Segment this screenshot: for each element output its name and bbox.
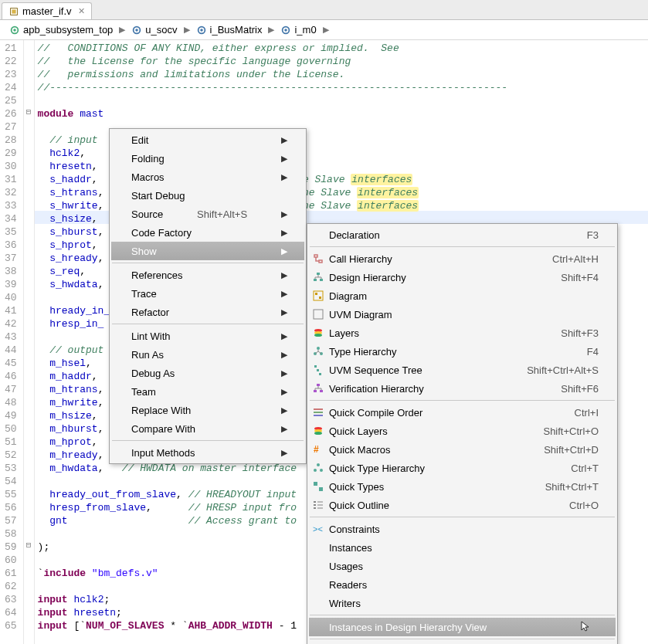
show-submenu-item[interactable]: Writers	[309, 594, 616, 612]
context-menu-item[interactable]: Lint With▶	[111, 327, 304, 345]
context-menu-item[interactable]: Folding▶	[111, 149, 304, 168]
svg-rect-12	[320, 279, 323, 281]
context-menu-item[interactable]: Macros▶	[111, 168, 304, 186]
context-menu-item[interactable]: References▶	[111, 266, 304, 284]
breadcrumb-item[interactable]: i_m0	[277, 22, 319, 37]
svg-point-5	[136, 29, 139, 32]
context-menu-item[interactable]: Trace▶	[111, 284, 304, 303]
show-submenu-item[interactable]: Instances	[309, 538, 616, 557]
menu-item-label: Show	[131, 246, 157, 257]
menu-item-label: Quick Type Hierarchy	[329, 463, 425, 474]
show-submenu-item[interactable]: Verification HierarchyShift+F6	[309, 379, 616, 398]
code-line[interactable]: //--------------------------------------…	[38, 81, 645, 94]
menu-item-accelerator: Ctrl+I	[575, 407, 599, 419]
breadcrumb-item[interactable]: u_socv	[128, 22, 180, 37]
call-hier-icon	[312, 253, 324, 265]
context-menu-item[interactable]: Input Methods▶	[111, 443, 304, 462]
show-submenu-item[interactable]: ><Constraints	[309, 520, 616, 538]
context-menu-item[interactable]: Compare With▶	[111, 419, 304, 438]
context-menu-item[interactable]: Refactor▶	[111, 303, 304, 321]
editor-tab[interactable]: master_if.v ✕	[2, 2, 92, 19]
menu-item-label: Diagram	[329, 290, 367, 302]
show-submenu-item[interactable]: Call HierarchyCtrl+Alt+H	[309, 249, 616, 268]
show-submenu-item[interactable]: UVM Sequence TreeShift+Ctrl+Alt+S	[309, 361, 616, 379]
show-submenu-item[interactable]: Quick OutlineCtrl+O	[309, 496, 616, 514]
code-line[interactable]: // CONDITIONS OF ANY KIND, either expres…	[38, 42, 645, 55]
menu-item-label: Type Hierarchy	[329, 346, 396, 358]
submenu-arrow-icon: ▶	[281, 405, 287, 415]
uvm-diagram-icon	[312, 308, 324, 320]
svg-rect-25	[319, 373, 321, 375]
fold-column[interactable]: ⊟⊟	[24, 40, 35, 644]
show-submenu-item[interactable]: Design HierarchyShift+F4	[309, 268, 616, 286]
show-submenu-item[interactable]: Quick TypesShift+Ctrl+T	[309, 477, 616, 496]
context-menu-item[interactable]: SourceShift+Alt+S▶	[111, 205, 304, 223]
show-submenu-item[interactable]: Diagram	[309, 286, 616, 305]
code-line[interactable]: module mast	[38, 107, 645, 120]
context-menu-item[interactable]: Replace With▶	[111, 401, 304, 419]
menu-item-label: Lint With	[131, 330, 171, 342]
show-submenu-item[interactable]: Instances in Design Hierarchy View	[309, 618, 616, 636]
svg-point-7	[200, 29, 203, 32]
context-menu-item[interactable]: Debug As▶	[111, 364, 304, 382]
code-line[interactable]: // permissions and limitations under the…	[38, 68, 645, 81]
breadcrumb-item[interactable]: i_BusMatrix	[193, 22, 266, 37]
tab-close-icon[interactable]: ✕	[78, 6, 85, 16]
svg-point-38	[320, 469, 323, 472]
constraints-icon: ><	[312, 523, 324, 535]
show-submenu-item[interactable]: Quick Compile OrderCtrl+I	[309, 403, 616, 422]
show-submenu-item[interactable]: Usages	[309, 557, 616, 575]
menu-item-accelerator: Ctrl+O	[569, 500, 599, 511]
menu-item-label: Design Hierarchy	[329, 272, 406, 283]
breadcrumb-separator: ▶	[119, 25, 125, 35]
menu-item-accelerator: Shift+F4	[561, 272, 599, 283]
svg-rect-29	[314, 408, 323, 410]
menu-item-label: Verification Hierarchy	[329, 383, 424, 395]
svg-rect-27	[314, 390, 317, 392]
code-line[interactable]: // the License for the specific language…	[38, 55, 645, 68]
menu-item-label: Refactor	[131, 307, 169, 318]
context-menu-item[interactable]: Start Debug	[111, 186, 304, 205]
menu-item-label: Code Factory	[131, 227, 192, 239]
svg-rect-13	[314, 291, 323, 300]
menu-item-label: Input Methods	[131, 447, 195, 459]
menu-item-accelerator: Shift+F6	[561, 383, 599, 395]
context-menu-item[interactable]: Run As▶	[111, 345, 304, 364]
context-menu[interactable]: Edit▶Folding▶Macros▶Start DebugSourceShi…	[109, 128, 307, 464]
breadcrumb-item[interactable]: apb_subsystem_top	[6, 22, 116, 37]
menu-item-accelerator: Shift+Ctrl+D	[544, 444, 599, 456]
menu-separator	[112, 263, 304, 263]
qoutline-icon	[312, 499, 324, 511]
show-submenu-item[interactable]: Quick LayersShift+Ctrl+O	[309, 422, 616, 440]
show-submenu-item[interactable]: Type HierarchyF4	[309, 342, 616, 361]
show-submenu-item[interactable]: #Quick MacrosShift+Ctrl+D	[309, 440, 616, 459]
show-submenu-item[interactable]: UVM Diagram	[309, 305, 616, 324]
menu-item-accelerator: Shift+Ctrl+T	[545, 481, 599, 493]
svg-rect-15	[319, 297, 321, 299]
tab-bar: master_if.v ✕	[0, 0, 648, 20]
svg-text:#: #	[314, 444, 319, 455]
context-menu-item[interactable]: Code Factory▶	[111, 223, 304, 242]
show-submenu-item[interactable]: DeclarationF3	[309, 225, 616, 244]
svg-point-19	[314, 334, 322, 337]
menu-item-accelerator: Shift+Ctrl+Alt+S	[527, 364, 599, 376]
module-icon	[280, 25, 291, 36]
qtype-icon	[312, 462, 324, 474]
line-number-gutter: 2122232425262728293031323334353637383940…	[0, 40, 24, 644]
code-line[interactable]	[38, 94, 645, 107]
show-submenu-item[interactable]: LayersShift+F3	[309, 324, 616, 342]
submenu-arrow-icon: ▶	[281, 368, 287, 378]
show-submenu-item[interactable]: Readers	[309, 575, 616, 594]
menu-item-label: Quick Macros	[329, 444, 390, 456]
menu-item-accelerator: F4	[587, 346, 599, 358]
menu-item-label: Quick Types	[329, 481, 384, 493]
context-menu-item[interactable]: Team▶	[111, 382, 304, 401]
context-menu-item[interactable]: Show▶	[111, 242, 304, 260]
menu-item-label: Call Hierarchy	[329, 253, 392, 265]
show-submenu[interactable]: DeclarationF3Call HierarchyCtrl+Alt+HDes…	[307, 223, 618, 644]
menu-separator	[310, 246, 615, 247]
menu-item-label: UVM Sequence Tree	[329, 364, 422, 376]
svg-rect-14	[315, 293, 317, 295]
context-menu-item[interactable]: Edit▶	[111, 130, 304, 149]
show-submenu-item[interactable]: Quick Type HierarchyCtrl+T	[309, 459, 616, 477]
